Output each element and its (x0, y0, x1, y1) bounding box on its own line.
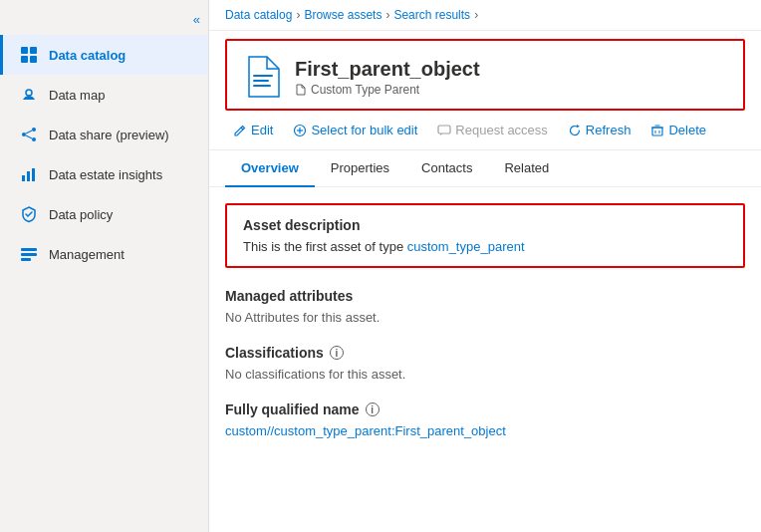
breadcrumb-sep-1: › (296, 8, 300, 22)
sidebar-collapse-button[interactable]: « (0, 8, 208, 35)
breadcrumb-browse-assets[interactable]: Browse assets (304, 8, 381, 22)
svg-rect-10 (22, 175, 25, 181)
classifications-section: Classifications i No classifications for… (225, 345, 745, 382)
asset-description-box: Asset description This is the first asse… (225, 203, 745, 268)
svg-rect-22 (438, 126, 450, 133)
tab-related[interactable]: Related (488, 150, 565, 187)
sidebar-item-label: Data share (preview) (49, 128, 169, 142)
svg-point-5 (32, 128, 36, 132)
svg-rect-1 (30, 47, 37, 54)
sidebar-item-data-catalog[interactable]: Data catalog (0, 35, 208, 75)
svg-line-8 (26, 131, 32, 133)
sidebar-item-data-share[interactable]: Data share (preview) (0, 115, 208, 154)
fully-qualified-name-section: Fully qualified name i custom//custom_ty… (225, 401, 745, 438)
asset-description-text: This is the first asset of type custom_t… (243, 239, 727, 254)
sidebar: « Data catalog Data map (0, 0, 209, 532)
description-text-link[interactable]: custom_type_parent (407, 239, 525, 254)
chat-icon (437, 124, 451, 137)
plus-circle-icon (293, 124, 307, 137)
asset-file-icon (243, 53, 283, 101)
sidebar-item-management[interactable]: Management (0, 234, 208, 274)
svg-rect-0 (21, 47, 28, 54)
asset-title: First_parent_object (295, 58, 480, 81)
sidebar-item-label: Data policy (49, 207, 113, 222)
edit-icon (233, 124, 247, 137)
tab-properties[interactable]: Properties (315, 150, 405, 187)
classifications-empty: No classifications for this asset. (225, 367, 745, 382)
svg-line-9 (26, 135, 32, 138)
description-text-prefix: This is the first asset of type (243, 239, 407, 254)
breadcrumb-data-catalog[interactable]: Data catalog (225, 8, 292, 22)
refresh-button[interactable]: Refresh (560, 119, 639, 141)
breadcrumb: Data catalog › Browse assets › Search re… (209, 0, 761, 31)
delete-button[interactable]: Delete (642, 119, 714, 141)
subtitle-file-icon (295, 84, 307, 96)
asset-description-title: Asset description (243, 217, 727, 233)
managed-attributes-title: Managed attributes (225, 288, 745, 304)
policy-icon (19, 204, 39, 224)
svg-rect-16 (253, 75, 273, 77)
fully-qualified-name-title: Fully qualified name i (225, 401, 745, 417)
fully-qualified-name-value: custom//custom_type_parent:First_parent_… (225, 423, 745, 438)
sidebar-item-data-estate[interactable]: Data estate insights (0, 154, 208, 194)
managed-attributes-empty: No Attributes for this asset. (225, 310, 745, 325)
refresh-icon (568, 124, 582, 137)
request-access-button[interactable]: Request access (429, 119, 556, 141)
svg-point-6 (22, 133, 26, 136)
svg-rect-3 (30, 56, 37, 63)
svg-point-7 (32, 137, 36, 141)
sidebar-item-label: Data catalog (49, 48, 126, 63)
sidebar-item-label: Data map (49, 88, 105, 103)
delete-icon (650, 124, 664, 137)
breadcrumb-search-results[interactable]: Search results (393, 8, 470, 22)
svg-point-4 (26, 90, 32, 96)
edit-button[interactable]: Edit (225, 119, 281, 141)
tabs: Overview Properties Contacts Related (209, 150, 761, 187)
svg-rect-23 (652, 128, 662, 135)
svg-rect-17 (253, 80, 269, 82)
share-icon (19, 125, 39, 144)
sidebar-item-data-map[interactable]: Data map (0, 75, 208, 115)
asset-header: First_parent_object Custom Type Parent (225, 39, 745, 111)
svg-rect-15 (21, 258, 31, 261)
svg-rect-2 (21, 56, 28, 63)
svg-rect-12 (32, 168, 35, 181)
managed-attributes-section: Managed attributes No Attributes for thi… (225, 288, 745, 325)
overview-content: Asset description This is the first asse… (209, 187, 761, 532)
management-icon (19, 244, 39, 264)
sidebar-item-label: Management (49, 247, 125, 262)
tab-overview[interactable]: Overview (225, 150, 315, 187)
asset-subtitle-text: Custom Type Parent (311, 83, 419, 97)
classifications-info-icon[interactable]: i (330, 346, 344, 360)
breadcrumb-sep-3: › (474, 8, 478, 22)
fully-qualified-name-info-icon[interactable]: i (366, 402, 380, 416)
tab-contacts[interactable]: Contacts (405, 150, 488, 187)
asset-title-block: First_parent_object Custom Type Parent (295, 58, 480, 97)
sidebar-item-data-policy[interactable]: Data policy (0, 194, 208, 234)
bulk-edit-button[interactable]: Select for bulk edit (285, 119, 425, 141)
classifications-title: Classifications i (225, 345, 745, 361)
breadcrumb-sep-2: › (385, 8, 389, 22)
main-content: Data catalog › Browse assets › Search re… (209, 0, 761, 532)
svg-rect-18 (253, 85, 271, 87)
asset-subtitle: Custom Type Parent (295, 83, 480, 97)
insights-icon (19, 164, 39, 184)
map-icon (19, 85, 39, 105)
toolbar: Edit Select for bulk edit Request access… (209, 111, 761, 150)
svg-rect-14 (21, 253, 37, 256)
catalog-icon (19, 45, 39, 65)
svg-rect-11 (27, 171, 30, 181)
sidebar-item-label: Data estate insights (49, 167, 162, 182)
svg-rect-13 (21, 248, 37, 251)
